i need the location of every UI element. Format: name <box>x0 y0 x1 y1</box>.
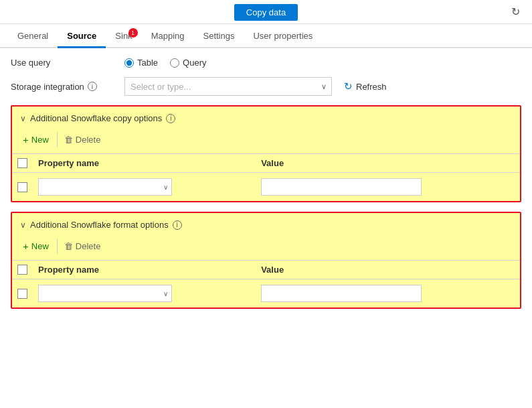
copy-options-trash-icon: 🗑 <box>64 135 73 145</box>
format-options-delete-button[interactable]: 🗑 Delete <box>57 239 108 254</box>
copy-data-button[interactable]: Copy data <box>234 4 298 21</box>
top-bar: Copy data ↻ <box>0 0 532 24</box>
format-options-row-checkbox[interactable] <box>17 289 27 299</box>
copy-options-data-row: ∨ <box>12 173 520 202</box>
copy-options-plus-icon: + <box>23 134 29 145</box>
format-options-value-header: Value <box>256 261 520 279</box>
sink-badge: 1 <box>128 28 138 38</box>
copy-options-toolbar: + New 🗑 Delete <box>12 129 520 153</box>
copy-options-header-checkbox[interactable] <box>17 158 27 168</box>
refresh-button[interactable]: ↻ Refresh <box>339 78 392 95</box>
storage-integration-row: Storage integration i Select or type... … <box>11 77 521 96</box>
radio-query-label: Query <box>183 58 206 68</box>
tabs-bar: General Source Sink 1 Mapping Settings U… <box>0 24 532 48</box>
format-options-property-select[interactable] <box>38 285 172 302</box>
format-options-table: Property name Value ∨ <box>12 260 520 308</box>
copy-options-header-row: Property name Value <box>12 154 520 173</box>
format-options-header-checkbox[interactable] <box>17 265 27 275</box>
radio-table[interactable]: Table <box>124 58 158 68</box>
radio-query-input[interactable] <box>170 58 179 68</box>
copy-options-table: Property name Value ∨ <box>12 153 520 201</box>
format-options-value-input[interactable] <box>261 285 422 302</box>
copy-options-new-label: New <box>31 135 49 145</box>
copy-options-property-cell: ∨ <box>33 173 256 202</box>
format-options-data-row: ∨ <box>12 279 520 308</box>
copy-options-delete-button[interactable]: 🗑 Delete <box>57 132 108 147</box>
radio-table-input[interactable] <box>124 58 134 68</box>
format-options-header-row: Property name Value <box>12 261 520 279</box>
copy-options-property-select[interactable] <box>38 178 172 196</box>
copy-options-row-checkbox[interactable] <box>17 182 27 192</box>
tab-settings[interactable]: Settings <box>194 24 244 48</box>
format-options-title: Additional Snowflake format options <box>30 220 169 230</box>
copy-options-header[interactable]: ∨ Additional Snowflake copy options i <box>12 107 520 129</box>
tab-source[interactable]: Source <box>58 24 106 48</box>
radio-table-label: Table <box>137 58 158 68</box>
copy-options-delete-label: Delete <box>76 135 101 145</box>
format-options-checkbox-header <box>12 261 33 279</box>
format-options-property-select-wrapper: ∨ <box>38 285 172 302</box>
storage-integration-select-wrapper: Select or type... ∨ <box>124 77 332 96</box>
storage-integration-select[interactable]: Select or type... <box>124 77 332 96</box>
content-area: Use query Table Query Storage integratio… <box>0 48 532 309</box>
copy-options-info-icon[interactable]: i <box>166 114 175 123</box>
format-options-section: ∨ Additional Snowflake format options i … <box>11 212 521 309</box>
format-options-property-header: Property name <box>33 261 256 279</box>
format-options-new-label: New <box>31 241 49 251</box>
radio-group: Table Query <box>124 58 206 68</box>
format-options-new-button[interactable]: + New <box>20 238 56 255</box>
refresh-label: Refresh <box>356 82 387 92</box>
tab-general[interactable]: General <box>8 24 58 48</box>
use-query-row: Use query Table Query <box>11 58 521 68</box>
copy-options-value-header: Value <box>256 154 520 173</box>
format-options-row-checkbox-cell <box>12 279 33 308</box>
refresh-circle-icon: ↻ <box>344 80 353 92</box>
copy-options-property-select-wrapper: ∨ <box>38 178 172 196</box>
storage-integration-label: Storage integration i <box>11 82 118 92</box>
format-options-chevron-icon: ∨ <box>20 220 26 230</box>
copy-options-title: Additional Snowflake copy options <box>30 113 162 123</box>
copy-options-row-checkbox-cell <box>12 173 33 202</box>
format-options-property-cell: ∨ <box>33 279 256 308</box>
format-options-info-icon[interactable]: i <box>173 220 182 230</box>
storage-integration-info-icon[interactable]: i <box>88 82 97 91</box>
copy-options-property-header: Property name <box>33 154 256 173</box>
format-options-delete-label: Delete <box>76 241 101 251</box>
copy-options-chevron-icon: ∨ <box>20 114 26 123</box>
format-options-plus-icon: + <box>23 241 29 252</box>
format-options-value-cell <box>256 279 520 308</box>
format-options-toolbar: + New 🗑 Delete <box>12 235 520 260</box>
format-options-trash-icon: 🗑 <box>64 241 73 251</box>
copy-options-new-button[interactable]: + New <box>20 131 56 148</box>
copy-options-section: ∨ Additional Snowflake copy options i + … <box>11 105 521 202</box>
copy-options-value-input[interactable] <box>261 178 422 196</box>
tab-sink[interactable]: Sink 1 <box>106 24 141 48</box>
copy-options-checkbox-header <box>12 154 33 173</box>
use-query-label: Use query <box>11 58 118 68</box>
radio-query[interactable]: Query <box>170 58 206 68</box>
format-options-header[interactable]: ∨ Additional Snowflake format options i <box>12 213 520 235</box>
tab-mapping[interactable]: Mapping <box>142 24 194 48</box>
tab-user-properties[interactable]: User properties <box>244 24 322 48</box>
top-refresh-icon: ↻ <box>511 5 520 18</box>
copy-options-value-cell <box>256 173 520 202</box>
